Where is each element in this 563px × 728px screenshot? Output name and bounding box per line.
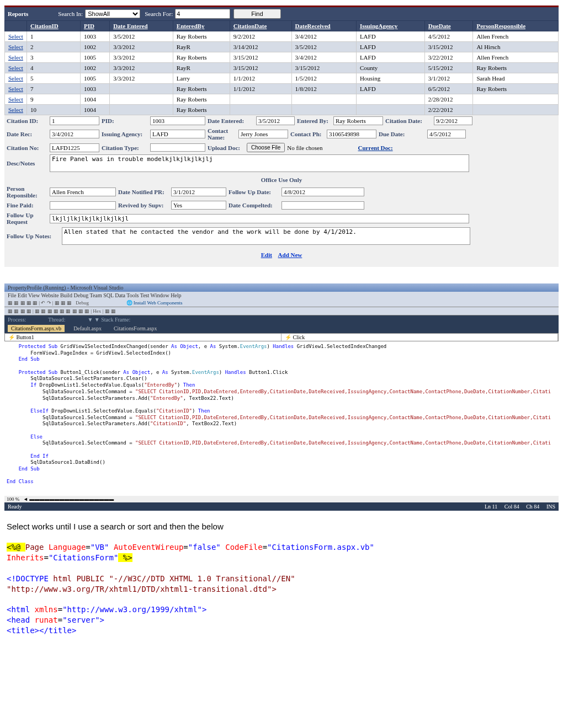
grid-cell: RayR — [173, 63, 230, 73]
select-link[interactable]: Select — [8, 75, 23, 82]
date-notified-pr-label: Date Notified PR: — [116, 189, 171, 195]
vs-toolbar-2[interactable]: ▦ ▦ ▦ ▦ | ▦ ▦ ▦ ▦ ▦ ▦ ▦ ▦ ▦ | Hex | ▦ ▦ — [4, 307, 559, 315]
grid-header-cell[interactable]: PersonResponsible — [473, 21, 559, 31]
grid-cell: 1/1/2012 — [230, 73, 291, 84]
issuing-agency-value: LAFD — [150, 130, 205, 138]
desc-notes-value: Fire Panel was in trouble modelkjlkjlkjl… — [50, 154, 469, 172]
revived-supv-label: Revived by Supv: — [116, 202, 171, 208]
vs-member-dropdown[interactable]: ⚡ Button1 ⚡ Click — [4, 333, 559, 341]
search-for-input[interactable] — [175, 9, 230, 19]
due-date-label: Due Date: — [376, 131, 427, 137]
grid-cell: Ray Roberts — [173, 52, 230, 63]
grid-cell — [291, 94, 356, 105]
add-new-link[interactable]: Add New — [278, 251, 302, 258]
find-button[interactable]: Find — [233, 9, 280, 19]
select-link[interactable]: Select — [8, 106, 23, 113]
grid-header-cell[interactable]: CitationDate — [230, 21, 291, 31]
grid-header-cell[interactable]: IssuingAgency — [356, 21, 424, 31]
grid-header-cell[interactable]: PID — [80, 21, 109, 31]
grid-cell: 5/15/2012 — [424, 63, 473, 73]
date-notified-pr-value: 3/1/2012 — [171, 188, 226, 196]
grid-header-cell[interactable]: EnteredBy — [173, 21, 230, 31]
grid-cell — [230, 94, 291, 105]
vs-tab-bar: CitationsForm.aspx.vb Default.aspx Citat… — [4, 324, 559, 333]
grid-cell: 5 — [27, 73, 81, 84]
select-link[interactable]: Select — [8, 65, 23, 71]
vs-menubar[interactable]: File Edit View Website Build Debug Team … — [4, 292, 559, 299]
current-doc-link[interactable]: Current Doc: — [356, 144, 407, 151]
search-for-label: Search For: — [145, 10, 173, 17]
grid-cell: 3/15/2012 — [424, 42, 473, 52]
grid-cell — [356, 94, 424, 105]
reports-button[interactable]: Reports — [8, 10, 28, 17]
edit-link[interactable]: Edit — [261, 251, 272, 258]
grid-cell: Ray Roberts — [173, 105, 230, 115]
select-link[interactable]: Select — [8, 33, 23, 40]
grid-cell — [110, 94, 173, 105]
grid-cell: 10 — [27, 105, 81, 115]
grid-cell: LAFD — [356, 42, 424, 52]
vs-toolbar[interactable]: ▦ ▦ ▦ ▦ ▦ | ↶ ↷ | ▦ ▦ ▦ Debug 🌐 Install … — [4, 299, 559, 307]
date-rec-value: 3/4/2012 — [50, 130, 99, 138]
select-link[interactable]: Select — [8, 54, 23, 61]
desc-notes-label: Desc/Notes — [7, 160, 50, 167]
revived-supv-value: Yes — [171, 201, 226, 210]
date-completed-label: Date Compelted: — [226, 202, 282, 208]
tab-active[interactable]: CitationsForm.aspx.vb — [8, 325, 65, 332]
grid-cell: County — [356, 63, 424, 73]
grid-header-cell[interactable]: DateReceived — [291, 21, 356, 31]
grid-cell — [110, 105, 173, 115]
grid-cell: 1003 — [80, 84, 109, 94]
fine-paid-label: Fine Paid: — [7, 202, 50, 208]
grid-cell: Al Hirsch — [473, 42, 559, 52]
grid-cell: 3/15/2012 — [291, 63, 356, 73]
grid-cell: 1 — [27, 31, 81, 42]
tab-default[interactable]: Default.aspx — [70, 325, 105, 332]
table-row: Select91004Ray Roberts2/28/2012 — [5, 94, 559, 105]
grid-cell: Housing — [356, 73, 424, 84]
followup-date-value: 4/8/2012 — [282, 188, 364, 196]
person-resp-label: Person Reponsible: — [7, 185, 50, 199]
grid-cell — [291, 105, 356, 115]
grid-cell: Sarah Head — [473, 73, 559, 84]
grid-header-cell[interactable]: CitationID — [27, 21, 81, 31]
grid-cell: Ray Roberts — [173, 31, 230, 42]
followup-req-label: Follow Up Request — [7, 212, 50, 225]
grid-cell: 2 — [27, 42, 81, 52]
grid-cell: 1004 — [80, 105, 109, 115]
tab-citations-aspx[interactable]: CitationsForm.aspx — [110, 325, 161, 332]
grid-cell: 2/22/2012 — [424, 105, 473, 115]
grid-header-cell[interactable]: Date Entered — [110, 21, 173, 31]
grid-cell: 4 — [27, 63, 81, 73]
grid-cell: LAFD — [356, 31, 424, 42]
entered-by-label: Entered By: — [295, 117, 333, 124]
select-link[interactable]: Select — [8, 96, 23, 103]
grid-cell: 3/3/2012 — [110, 73, 173, 84]
grid-header-cell[interactable]: DueDate — [424, 21, 473, 31]
table-row: Select71003Ray Roberts1/1/20121/8/2012LA… — [5, 84, 559, 94]
choose-file-button[interactable]: Choose File — [247, 143, 285, 152]
grid-cell: LAFD — [356, 84, 424, 94]
grid-cell — [110, 84, 173, 94]
grid-cell: Ray Roberts — [173, 94, 230, 105]
grid-cell: 3/5/2012 — [291, 42, 356, 52]
followup-req-value: lkjljlkjlkjlkjlkjlkjl — [50, 214, 469, 223]
grid-cell: 2/28/2012 — [424, 94, 473, 105]
grid-cell: 4/5/2012 — [424, 31, 473, 42]
date-entered-value: 3/5/2012 — [256, 116, 295, 125]
grid-cell: Ray Roberts — [173, 84, 230, 94]
grid-cell: 1/8/2012 — [291, 84, 356, 94]
select-link[interactable]: Select — [8, 85, 23, 92]
vs-code-editor[interactable]: Protected Sub GridView1SelectedIndexChan… — [4, 341, 559, 496]
citations-grid: CitationIDPIDDate EnteredEnteredByCitati… — [4, 20, 559, 115]
issuing-agency-label: Issuing Agency: — [99, 131, 150, 137]
grid-cell: 1002 — [80, 42, 109, 52]
grid-cell: 1002 — [80, 63, 109, 73]
grid-cell: 3/3/2012 — [110, 52, 173, 63]
grid-cell: 3/15/2012 — [230, 52, 291, 63]
citation-no-value: LAFD1225 — [50, 143, 99, 152]
search-in-select[interactable]: ShowAll — [85, 9, 140, 18]
grid-cell: 1003 — [80, 31, 109, 42]
select-link[interactable]: Select — [8, 44, 23, 50]
grid-cell: 3 — [27, 52, 81, 63]
